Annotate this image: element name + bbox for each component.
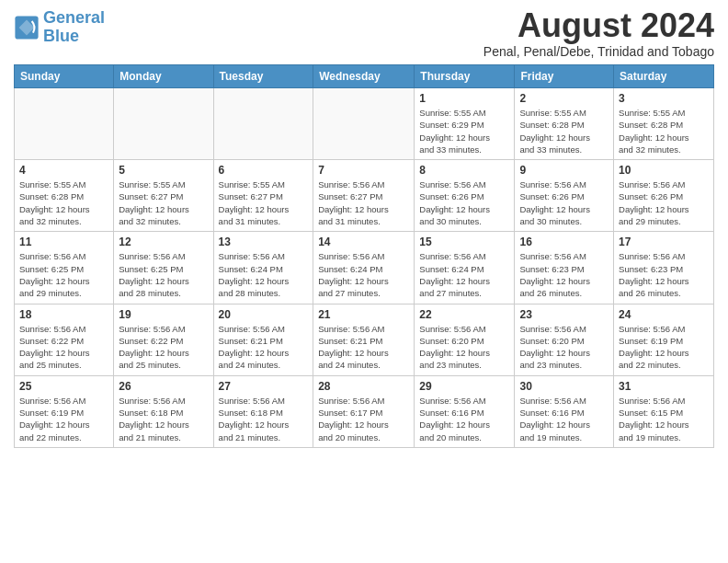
calendar-cell: 9Sunrise: 5:56 AM Sunset: 6:26 PM Daylig… (515, 160, 614, 232)
day-info: Sunrise: 5:56 AM Sunset: 6:21 PM Dayligh… (318, 323, 409, 372)
calendar-cell (313, 88, 415, 160)
calendar-cell: 16Sunrise: 5:56 AM Sunset: 6:23 PM Dayli… (515, 232, 614, 304)
day-info: Sunrise: 5:56 AM Sunset: 6:19 PM Dayligh… (19, 395, 108, 443)
day-number: 30 (519, 380, 609, 393)
day-info: Sunrise: 5:55 AM Sunset: 6:29 PM Dayligh… (419, 107, 509, 155)
calendar-cell: 13Sunrise: 5:56 AM Sunset: 6:24 PM Dayli… (213, 232, 313, 304)
day-number: 25 (19, 380, 108, 393)
day-number: 1 (419, 92, 509, 105)
day-number: 10 (619, 164, 709, 177)
day-number: 4 (19, 164, 108, 177)
header-friday: Friday (515, 65, 614, 88)
month-year-title: August 2024 (483, 9, 714, 42)
day-info: Sunrise: 5:56 AM Sunset: 6:18 PM Dayligh… (119, 395, 208, 443)
day-info: Sunrise: 5:56 AM Sunset: 6:23 PM Dayligh… (619, 250, 709, 299)
calendar-cell: 3Sunrise: 5:55 AM Sunset: 6:28 PM Daylig… (614, 88, 714, 160)
day-info: Sunrise: 5:56 AM Sunset: 6:26 PM Dayligh… (519, 178, 609, 227)
calendar-cell: 24Sunrise: 5:56 AM Sunset: 6:19 PM Dayli… (614, 304, 714, 375)
calendar-cell: 1Sunrise: 5:55 AM Sunset: 6:29 PM Daylig… (415, 88, 515, 160)
day-number: 19 (119, 308, 208, 321)
day-info: Sunrise: 5:56 AM Sunset: 6:18 PM Dayligh… (219, 395, 309, 443)
day-number: 17 (619, 236, 709, 248)
calendar-cell: 6Sunrise: 5:55 AM Sunset: 6:27 PM Daylig… (213, 160, 313, 232)
title-section: August 2024 Penal, Penal/Debe, Trinidad … (483, 9, 714, 59)
day-info: Sunrise: 5:55 AM Sunset: 6:28 PM Dayligh… (619, 107, 709, 155)
calendar-cell: 11Sunrise: 5:56 AM Sunset: 6:25 PM Dayli… (15, 232, 114, 304)
logo-icon (14, 15, 40, 40)
header-tuesday: Tuesday (213, 65, 313, 88)
day-number: 22 (419, 308, 509, 321)
day-info: Sunrise: 5:56 AM Sunset: 6:26 PM Dayligh… (619, 178, 709, 227)
calendar-cell: 14Sunrise: 5:56 AM Sunset: 6:24 PM Dayli… (313, 232, 415, 304)
day-info: Sunrise: 5:56 AM Sunset: 6:16 PM Dayligh… (519, 395, 609, 443)
day-number: 5 (119, 164, 208, 177)
calendar-cell: 12Sunrise: 5:56 AM Sunset: 6:25 PM Dayli… (114, 232, 213, 304)
logo-text: General Blue (43, 9, 105, 46)
day-info: Sunrise: 5:56 AM Sunset: 6:21 PM Dayligh… (219, 323, 309, 372)
calendar-cell: 4Sunrise: 5:55 AM Sunset: 6:28 PM Daylig… (15, 160, 114, 232)
calendar-cell (114, 88, 213, 160)
calendar-cell: 26Sunrise: 5:56 AM Sunset: 6:18 PM Dayli… (114, 375, 213, 447)
day-number: 16 (519, 236, 609, 248)
day-info: Sunrise: 5:56 AM Sunset: 6:15 PM Dayligh… (619, 395, 709, 443)
day-number: 3 (619, 92, 709, 105)
day-number: 27 (219, 380, 309, 393)
header-sunday: Sunday (15, 65, 114, 88)
calendar-cell: 27Sunrise: 5:56 AM Sunset: 6:18 PM Dayli… (213, 375, 313, 447)
header-monday: Monday (114, 65, 213, 88)
calendar-cell: 17Sunrise: 5:56 AM Sunset: 6:23 PM Dayli… (614, 232, 714, 304)
calendar-cell: 15Sunrise: 5:56 AM Sunset: 6:24 PM Dayli… (415, 232, 515, 304)
day-info: Sunrise: 5:56 AM Sunset: 6:24 PM Dayligh… (318, 250, 409, 299)
calendar-table: SundayMondayTuesdayWednesdayThursdayFrid… (14, 64, 714, 448)
day-number: 6 (219, 164, 309, 177)
day-info: Sunrise: 5:56 AM Sunset: 6:17 PM Dayligh… (318, 395, 409, 443)
header-thursday: Thursday (415, 65, 515, 88)
calendar-cell: 25Sunrise: 5:56 AM Sunset: 6:19 PM Dayli… (15, 375, 114, 447)
calendar-cell: 21Sunrise: 5:56 AM Sunset: 6:21 PM Dayli… (313, 304, 415, 375)
calendar-cell: 23Sunrise: 5:56 AM Sunset: 6:20 PM Dayli… (515, 304, 614, 375)
calendar-cell: 22Sunrise: 5:56 AM Sunset: 6:20 PM Dayli… (415, 304, 515, 375)
logo-name2: Blue (43, 27, 79, 45)
calendar-week-row: 11Sunrise: 5:56 AM Sunset: 6:25 PM Dayli… (15, 232, 714, 304)
day-info: Sunrise: 5:55 AM Sunset: 6:27 PM Dayligh… (219, 178, 309, 227)
header-wednesday: Wednesday (313, 65, 415, 88)
day-number: 9 (519, 164, 609, 177)
location-subtitle: Penal, Penal/Debe, Trinidad and Tobago (483, 44, 714, 59)
day-number: 21 (318, 308, 409, 321)
calendar-cell: 31Sunrise: 5:56 AM Sunset: 6:15 PM Dayli… (614, 375, 714, 447)
day-info: Sunrise: 5:55 AM Sunset: 6:27 PM Dayligh… (119, 178, 208, 227)
day-number: 7 (318, 164, 409, 177)
calendar-week-row: 18Sunrise: 5:56 AM Sunset: 6:22 PM Dayli… (15, 304, 714, 375)
day-info: Sunrise: 5:56 AM Sunset: 6:16 PM Dayligh… (419, 395, 509, 443)
calendar-cell: 19Sunrise: 5:56 AM Sunset: 6:22 PM Dayli… (114, 304, 213, 375)
day-info: Sunrise: 5:56 AM Sunset: 6:19 PM Dayligh… (619, 323, 709, 372)
header-saturday: Saturday (614, 65, 714, 88)
day-info: Sunrise: 5:56 AM Sunset: 6:20 PM Dayligh… (419, 323, 509, 372)
day-info: Sunrise: 5:56 AM Sunset: 6:24 PM Dayligh… (219, 250, 309, 299)
page-header: General Blue August 2024 Penal, Penal/De… (14, 9, 714, 59)
calendar-cell: 8Sunrise: 5:56 AM Sunset: 6:26 PM Daylig… (415, 160, 515, 232)
calendar-week-row: 1Sunrise: 5:55 AM Sunset: 6:29 PM Daylig… (15, 88, 714, 160)
day-info: Sunrise: 5:56 AM Sunset: 6:22 PM Dayligh… (19, 323, 108, 372)
day-number: 11 (19, 236, 108, 248)
day-info: Sunrise: 5:55 AM Sunset: 6:28 PM Dayligh… (519, 107, 609, 155)
logo: General Blue (14, 9, 105, 46)
day-info: Sunrise: 5:56 AM Sunset: 6:25 PM Dayligh… (119, 250, 208, 299)
day-number: 14 (318, 236, 409, 248)
day-number: 26 (119, 380, 208, 393)
calendar-cell: 18Sunrise: 5:56 AM Sunset: 6:22 PM Dayli… (15, 304, 114, 375)
day-number: 8 (419, 164, 509, 177)
calendar-cell (15, 88, 114, 160)
calendar-week-row: 25Sunrise: 5:56 AM Sunset: 6:19 PM Dayli… (15, 375, 714, 447)
day-number: 20 (219, 308, 309, 321)
calendar-week-row: 4Sunrise: 5:55 AM Sunset: 6:28 PM Daylig… (15, 160, 714, 232)
calendar-cell: 5Sunrise: 5:55 AM Sunset: 6:27 PM Daylig… (114, 160, 213, 232)
calendar-cell (213, 88, 313, 160)
calendar-cell: 29Sunrise: 5:56 AM Sunset: 6:16 PM Dayli… (415, 375, 515, 447)
day-number: 29 (419, 380, 509, 393)
day-info: Sunrise: 5:56 AM Sunset: 6:22 PM Dayligh… (119, 323, 208, 372)
day-number: 2 (519, 92, 609, 105)
day-number: 31 (619, 380, 709, 393)
day-info: Sunrise: 5:56 AM Sunset: 6:25 PM Dayligh… (19, 250, 108, 299)
day-number: 13 (219, 236, 309, 248)
